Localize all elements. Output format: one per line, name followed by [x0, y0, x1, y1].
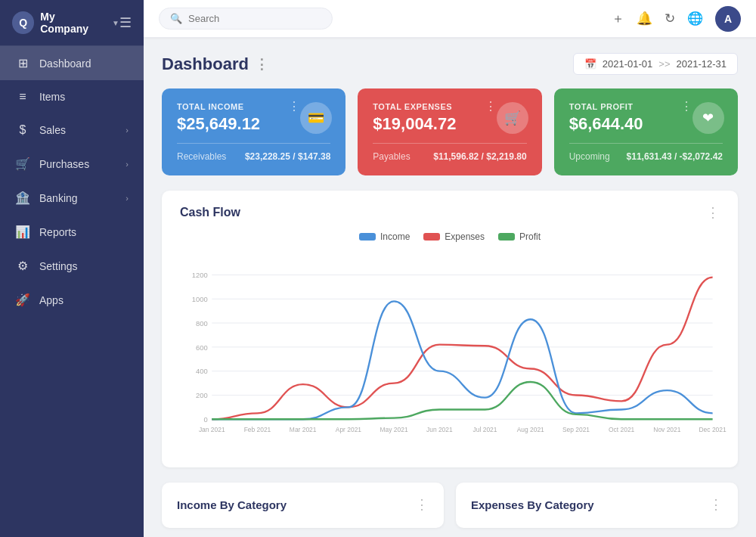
card-sub-value-profit: $11,631.43 / -$2,072.42 — [627, 151, 723, 162]
sidebar-item-dashboard[interactable]: ⊞ Dashboard — [0, 46, 144, 80]
title-menu-dots[interactable]: ⋮ — [255, 56, 268, 73]
dashboard-nav-icon: ⊞ — [15, 56, 30, 70]
expenses-category-dots[interactable]: ⋮ — [709, 496, 723, 513]
sidebar-logo: Q My Company ▼ — [12, 11, 119, 35]
settings-nav-icon: ⚙ — [15, 259, 30, 273]
avatar[interactable]: A — [715, 6, 741, 32]
chart-menu-dots[interactable]: ⋮ — [706, 204, 720, 221]
income-line — [212, 301, 712, 419]
legend-label-expenses: Expenses — [445, 231, 485, 242]
card-sub-income: Receivables $23,228.25 / $147.38 — [177, 143, 330, 162]
page-title-text: Dashboard — [162, 54, 249, 74]
sidebar-item-banking[interactable]: 🏦 Banking › — [0, 181, 144, 215]
svg-text:Jan 2021: Jan 2021 — [199, 426, 225, 433]
search-input[interactable] — [188, 13, 309, 24]
bottom-row: Income By Category ⋮ Expenses By Categor… — [162, 483, 738, 528]
svg-text:Sep 2021: Sep 2021 — [562, 426, 590, 433]
summary-cards: TOTAL INCOME $25,649.12 Receivables $23,… — [162, 88, 738, 175]
company-dropdown-icon[interactable]: ▼ — [112, 19, 119, 27]
bell-icon[interactable]: 🔔 — [637, 11, 652, 26]
main-content: 🔍 ＋ 🔔 ↻ 🌐 A Dashboard ⋮ 📅 2021-01-01 >> … — [144, 0, 756, 537]
legend-income: Income — [359, 231, 410, 242]
legend-dot-income — [359, 233, 376, 241]
svg-text:Jun 2021: Jun 2021 — [426, 426, 453, 433]
nav-label-purchases: Purchases — [39, 158, 89, 170]
add-icon[interactable]: ＋ — [612, 10, 624, 27]
page-header: Dashboard ⋮ 📅 2021-01-01 >> 2021-12-31 — [162, 53, 738, 75]
globe-icon[interactable]: 🌐 — [687, 11, 703, 26]
svg-text:800: 800 — [196, 319, 208, 327]
chevron-purchases-icon: › — [125, 160, 129, 169]
card-sub-value-expenses: $11,596.82 / $2,219.80 — [433, 151, 526, 162]
card-icon-profit: ❤ — [692, 102, 724, 134]
date-range-picker[interactable]: 📅 2021-01-01 >> 2021-12-31 — [573, 53, 738, 75]
card-income: TOTAL INCOME $25,649.12 Receivables $23,… — [162, 88, 345, 175]
card-sub-label-profit: Upcoming — [569, 151, 610, 162]
sidebar-item-reports[interactable]: 📊 Reports — [0, 215, 144, 249]
svg-text:Oct 2021: Oct 2021 — [609, 426, 635, 433]
nav-label-settings: Settings — [39, 260, 78, 272]
sidebar-item-apps[interactable]: 🚀 Apps — [0, 283, 144, 317]
svg-text:Nov 2021: Nov 2021 — [653, 426, 680, 433]
card-dots-expenses[interactable]: ⋮ — [485, 99, 497, 113]
svg-text:600: 600 — [196, 343, 208, 352]
banking-nav-icon: 🏦 — [15, 191, 30, 205]
card-icon-expenses: 🛒 — [497, 102, 528, 134]
topbar: 🔍 ＋ 🔔 ↻ 🌐 A — [144, 0, 756, 38]
card-sub-value-income: $23,228.25 / $147.38 — [245, 151, 330, 162]
svg-text:Dec 2021: Dec 2021 — [699, 426, 727, 433]
card-dots-income[interactable]: ⋮ — [288, 99, 300, 113]
card-sub-label-income: Receivables — [177, 151, 226, 162]
svg-text:Apr 2021: Apr 2021 — [336, 426, 362, 433]
card-profit: TOTAL PROFIT $6,644.40 Upcoming $11,631.… — [554, 88, 738, 175]
income-category-dots[interactable]: ⋮ — [415, 496, 429, 513]
apps-nav-icon: 🚀 — [15, 293, 30, 307]
chart-header: Cash Flow ⋮ — [180, 204, 720, 221]
calendar-icon: 📅 — [584, 58, 596, 70]
sidebar-item-sales[interactable]: $ Sales › — [0, 113, 144, 147]
date-arrow: >> — [658, 58, 670, 70]
sidebar-item-purchases[interactable]: 🛒 Purchases › — [0, 147, 144, 181]
svg-text:400: 400 — [196, 367, 208, 375]
nav-label-reports: Reports — [39, 226, 76, 238]
sidebar-item-settings[interactable]: ⚙ Settings — [0, 249, 144, 283]
expenses-category-header: Expenses By Category ⋮ — [471, 496, 723, 513]
cashflow-chart: 020040060080010001200Jan 2021Feb 2021Mar… — [180, 250, 720, 454]
search-box[interactable]: 🔍 — [159, 8, 333, 29]
nav-label-items: Items — [39, 91, 65, 103]
company-name: My Company — [40, 11, 104, 35]
sidebar-header: Q My Company ▼ ☰ — [0, 0, 144, 46]
topbar-actions: ＋ 🔔 ↻ 🌐 A — [612, 6, 741, 32]
expenses-category-title: Expenses By Category — [471, 498, 594, 511]
legend-label-income: Income — [380, 231, 410, 242]
card-sub-profit: Upcoming $11,631.43 / -$2,072.42 — [569, 143, 723, 162]
chevron-banking-icon: › — [125, 194, 129, 203]
cashflow-section: Cash Flow ⋮ IncomeExpensesProfit 0200400… — [162, 191, 738, 467]
legend-dot-profit — [498, 233, 515, 241]
nav-label-sales: Sales — [39, 124, 66, 136]
nav-label-banking: Banking — [39, 192, 78, 204]
svg-text:Jul 2021: Jul 2021 — [473, 426, 497, 433]
legend-profit: Profit — [498, 231, 541, 242]
card-expenses: TOTAL EXPENSES $19,004.72 Payables $11,5… — [358, 88, 541, 175]
chevron-sales-icon: › — [125, 126, 129, 135]
svg-text:Aug 2021: Aug 2021 — [517, 426, 544, 433]
svg-text:May 2021: May 2021 — [380, 426, 408, 433]
nav-label-apps: Apps — [39, 294, 64, 306]
income-category-header: Income By Category ⋮ — [177, 496, 429, 513]
search-icon: 🔍 — [170, 13, 182, 24]
sales-nav-icon: $ — [15, 123, 30, 137]
nav-items: ⊞ Dashboard ≡ Items $ Sales › 🛒 Purchase… — [0, 46, 144, 317]
page-title-area: Dashboard ⋮ — [162, 54, 268, 74]
refresh-icon[interactable]: ↻ — [665, 11, 675, 26]
svg-text:1200: 1200 — [192, 271, 208, 279]
income-by-category-card: Income By Category ⋮ — [162, 483, 444, 528]
sidebar-item-items[interactable]: ≡ Items — [0, 80, 144, 113]
card-sub-label-expenses: Payables — [373, 151, 410, 162]
expenses-by-category-card: Expenses By Category ⋮ — [456, 483, 738, 528]
date-to: 2021-12-31 — [677, 58, 727, 70]
card-dots-profit[interactable]: ⋮ — [680, 99, 692, 113]
hamburger-icon[interactable]: ☰ — [119, 14, 132, 31]
income-category-title: Income By Category — [177, 498, 287, 511]
reports-nav-icon: 📊 — [15, 225, 30, 239]
